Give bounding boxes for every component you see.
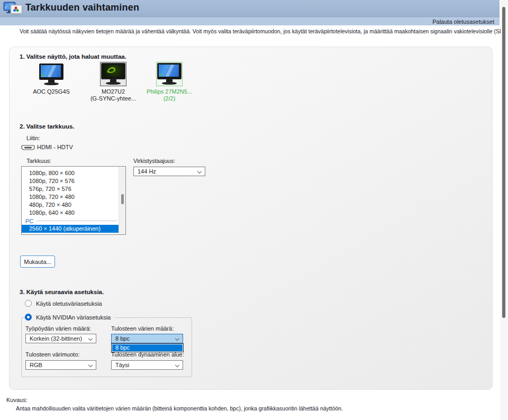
output-depth-combobox[interactable]: 8 bpc (111, 334, 183, 343)
desktop-depth-combobox[interactable]: Korkein (32-bittinen) (25, 334, 96, 343)
chevron-down-icon (88, 363, 93, 367)
output-format-label: Tulosteen värimuoto: (25, 351, 79, 358)
desktop-depth-label: Työpöydän värien määrä: (25, 325, 91, 332)
page-scrollbar[interactable] (501, 0, 507, 420)
output-depth-dropdown: 8 bpc (111, 343, 184, 352)
listbox-scrollbar[interactable] (119, 167, 125, 234)
monitor-base (162, 82, 177, 85)
nvidia-control-panel-page: Tarkkuuden vaihtaminen Palauta oletusase… (0, 0, 508, 420)
monitor-screen-nvidia (103, 65, 123, 77)
page-title: Tarkkuuden vaihtaminen (25, 2, 139, 13)
display-philips-label[interactable]: Philips 27M2N5... (147, 88, 192, 95)
refresh-rate-value: 144 Hz (138, 168, 156, 175)
description-caption: Kuvaus: (6, 397, 28, 403)
description-text: Antaa mahdollisuuden valita väritietojen… (16, 405, 343, 412)
monitor-screen (159, 65, 179, 77)
title-bar: Tarkkuuden vaihtaminen (0, 0, 500, 17)
nvidia-logo-icon (106, 66, 119, 77)
dynamic-range-combobox[interactable]: Täysi (111, 360, 183, 370)
resolution-option[interactable]: 1080p, 720 × 576 (22, 177, 125, 185)
radio-default-colors[interactable]: Käytä oletusväriasetuksia (25, 300, 102, 307)
restore-defaults-button[interactable]: Palauta oletusasetukset (432, 19, 494, 25)
section1-heading: 1. Valitse näyttö, jota haluat muuttaa. (20, 53, 126, 60)
sub-bar: Palauta oletusasetukset (0, 17, 500, 25)
connector-label: Liitin: (26, 135, 40, 141)
output-depth-value: 8 bpc (115, 335, 130, 342)
display-aoc[interactable] (39, 63, 64, 86)
radio-checked-icon (25, 314, 32, 321)
resolution-option[interactable]: 576p, 720 × 576 (22, 185, 125, 193)
customize-button[interactable]: Mukauta... (20, 255, 55, 268)
resolution-group-pc: PC (22, 217, 125, 225)
display-mo27u2-sublabel[interactable]: (G-SYNC-yhtee... (90, 95, 136, 102)
page-scrollbar-thumb[interactable] (502, 7, 505, 318)
dynamic-range-value: Täysi (115, 362, 129, 368)
hdmi-connector-icon (21, 144, 35, 153)
output-format-value: RGB (30, 362, 42, 368)
power-led (42, 75, 44, 76)
monitor-base (44, 83, 59, 85)
chevron-down-icon (197, 169, 202, 174)
display-mo27u2-label[interactable]: MO27U2 (102, 88, 125, 95)
radio-nvidia-label: Käytä NVIDIAn väriasetuksia (36, 314, 111, 321)
chevron-down-icon (175, 363, 179, 367)
power-led (160, 74, 162, 76)
resolution-listbox[interactable]: 1080p, 800 × 600 1080p, 720 × 576 576p, … (21, 166, 126, 235)
section2-heading: 2. Valitse tarkkuus. (20, 123, 75, 130)
chevron-down-icon (175, 336, 179, 341)
radio-default-label: Käytä oletusväriasetuksia (36, 300, 102, 307)
refresh-rate-combobox[interactable]: 144 Hz (133, 167, 205, 176)
radio-nvidia-colors[interactable]: Käytä NVIDIAn väriasetuksia (25, 314, 115, 321)
settings-panel: 1. Valitse näyttö, jota haluat muuttaa. … (9, 47, 493, 390)
change-resolution-icon (3, 2, 23, 16)
resolution-option-selected[interactable]: 2560 × 1440 (alkuperäinen) (22, 225, 119, 233)
chevron-down-icon (88, 336, 93, 341)
display-mo27u2[interactable] (100, 62, 126, 86)
section3-heading: 3. Käytä seuraavia asetuksia. (20, 289, 104, 295)
display-philips[interactable] (156, 62, 183, 86)
monitor-screen (41, 65, 61, 77)
resolution-option[interactable]: 1080p, 800 × 600 (22, 169, 125, 177)
output-depth-label: Tulosteen värien määrä: (111, 325, 174, 332)
page-description: Voit säätää näytössä näkyvien tietojen m… (20, 28, 491, 34)
display-aoc-label[interactable]: AOC Q25G4S (33, 88, 70, 95)
connector-value: HDMI - HDTV (37, 144, 73, 150)
radio-icon (25, 300, 32, 307)
listbox-scrollbar-thumb[interactable] (121, 194, 124, 204)
desktop-depth-value: Korkein (32-bittinen) (30, 335, 82, 342)
output-format-combobox[interactable]: RGB (25, 360, 96, 370)
output-depth-option[interactable]: 8 bpc (112, 344, 183, 351)
resolution-option[interactable]: 1080p, 640 × 480 (22, 209, 125, 217)
refresh-rate-label: Virkistystaajuus: (133, 158, 175, 164)
resolution-option[interactable]: 480p, 720 × 480 (22, 201, 125, 209)
monitor-base (106, 82, 121, 85)
resolution-label: Tarkkuus: (26, 158, 51, 164)
display-philips-sublabel[interactable]: (2/2) (164, 95, 176, 102)
resolution-option[interactable]: 1080p, 720 × 480 (22, 193, 125, 201)
